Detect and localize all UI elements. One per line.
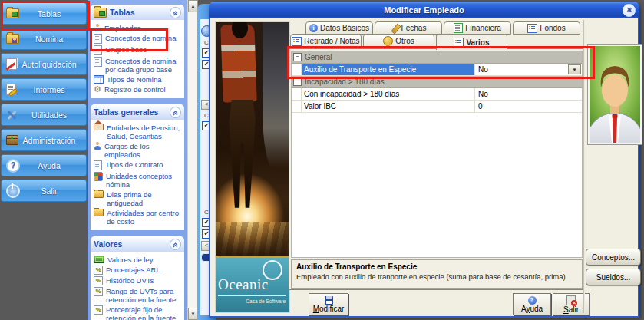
grid-row-con-incapacidad[interactable]: Con incapacidad > 180 días No [292,88,582,101]
nav-section-header-generales[interactable]: Tablas generales [91,104,184,120]
tab-retirado-notas[interactable]: Retirado / Notas [290,34,362,48]
nav-item-rango-uvts[interactable]: %Rango de UVTs para retención en la fuen… [94,286,183,305]
percent-icon: % [94,287,103,296]
folder-person-icon [6,34,19,44]
auxilio-value-cell[interactable]: No ▼ [475,64,582,75]
screen: Tablas Nomina Autoliquidación Informes U… [0,0,644,320]
nav-item-empleados[interactable]: Empleados [94,23,183,33]
chevron-up-icon[interactable] [170,239,181,250]
nav-item-historico-uvts[interactable]: %Histórico UVTs [94,275,183,286]
sidebar-item-tablas[interactable]: Tablas [1,2,87,25]
main-sidebar: Tablas Nomina Autoliquidación Informes U… [0,0,88,320]
sidebar-item-nomina[interactable]: Nomina [1,28,87,50]
brand-name: Oceanic [218,276,269,293]
document-icon [94,160,102,170]
nav-section-valores: Valores Valores de ley %Porcentajes ARL … [91,236,184,320]
nav-item-conceptos-grupo[interactable]: Conceptos de nomina por cada grupo base [94,56,183,74]
collapse-box-icon[interactable]: − [293,78,302,86]
home-icon [94,124,104,130]
tools-icon [6,110,17,120]
tab-fechas[interactable]: Fechas [375,21,442,35]
employee-tab-control: i Datos Básicos Fechas Financiera Fondos… [289,20,586,292]
grid-row-valor-ibc[interactable]: Valor IBC 0 [292,101,582,113]
sueldos-button[interactable]: Sueldos... [586,269,641,285]
document-icon [94,34,102,44]
sidebar-item-salir[interactable]: Salir [1,180,87,202]
nav-item-unidades[interactable]: Unidades conceptos nómina [94,171,183,190]
nav-section-body: Entidades de Pension, Salud, Cesantias C… [91,120,184,230]
sidebar-item-informes[interactable]: Informes [1,78,87,101]
nav-section-body: Valores de ley %Porcentajes ARL %Históri… [91,252,184,320]
help-icon: ? [6,159,20,173]
grid-group-general[interactable]: − General [292,51,582,64]
exit-icon [566,295,576,305]
table-icon [94,75,104,84]
nav-item-valores-ley[interactable]: Valores de ley [94,255,183,265]
chevron-up-icon[interactable] [170,7,181,18]
person-icon [94,24,101,31]
collapse-box-icon[interactable]: − [293,53,302,61]
list-icon [454,38,464,47]
nav-item-porcentaje-fijo[interactable]: %Porcentaje fijo de retención en la fuen… [94,305,183,320]
valor-ibc-value-cell[interactable]: 0 [475,101,582,112]
incapacidad-value-cell[interactable]: No [475,88,582,100]
nav-item-actividades[interactable]: Actividades por centro de costo [94,208,183,226]
folder-icon [94,190,104,198]
nav-item-cargos[interactable]: Cargos de los empleados [94,141,183,160]
sidebar-item-ayuda[interactable]: ? Ayuda [1,154,87,176]
tab-financiera[interactable]: Financiera [444,21,511,35]
modificar-button[interactable]: Modificar [309,293,348,315]
description-text: Empleado con auxilio de tranporte en esp… [296,272,577,281]
dialog-titlebar[interactable]: Modificar Empleado × [209,2,639,18]
floppy-icon [325,296,333,305]
close-icon[interactable]: × [623,4,636,17]
varios-tab-panel: − General Auxilio de Transporte en Espec… [289,48,585,290]
person-icon [94,142,101,150]
sidebar-item-administracion[interactable]: Administración [1,129,87,151]
property-description-box: Auxilio de Transporte en Especie Emplead… [291,259,583,289]
coin-icon [383,36,393,46]
green-sheet-icon [454,23,463,33]
modificar-empleado-dialog: Modificar Empleado × Oceanic Casa de Sof… [209,2,639,318]
nav-scrollbar[interactable]: ▲ ▼ [187,0,198,320]
ayuda-button[interactable]: ? Ayuda [513,293,551,315]
nav-item-tipos-nomina[interactable]: Tipos de Nomina [94,74,183,84]
conceptos-button[interactable]: Conceptos... [586,249,641,266]
brand-tagline: Casa de Software [246,299,286,304]
gear-icon: ⚙ [94,85,101,94]
folder-icon [94,209,104,216]
nav-item-entidades[interactable]: Entidades de Pension, Salud, Cesantias [94,123,183,141]
tab-varios[interactable]: Varios [436,34,507,50]
nav-item-registro-control[interactable]: ⚙Registro de control [94,84,183,94]
tab-otros[interactable]: Otros [363,34,434,48]
sidebar-item-utilidades[interactable]: Utilidades [1,104,87,126]
sidebar-item-autoliquidacion[interactable]: Autoliquidación [1,53,87,75]
nav-item-conceptos-nomina[interactable]: Conceptos de nomina [94,33,183,45]
chart-icon [94,172,103,181]
chest-icon [6,135,18,145]
panel-divider [583,20,585,313]
nav-section-header-valores[interactable]: Valores [91,236,184,252]
papers-pencil-icon [6,58,17,70]
employee-avatar [588,45,642,144]
nav-item-grupos-base[interactable]: Grupos base [94,45,183,56]
grid-row-auxilio-transporte[interactable]: Auxilio de Transporte en Especie No ▼ [292,64,582,76]
tab-fondos[interactable]: Fondos [513,21,580,35]
nav-item-porcentajes-arl[interactable]: %Porcentajes ARL [94,265,183,275]
chevron-up-icon[interactable] [170,107,181,118]
list-icon [527,24,537,33]
description-title: Auxilio de Transporte en Especie [296,262,577,271]
dropdown-button[interactable]: ▼ [568,64,581,74]
nav-item-dias-prima[interactable]: Dias prima de antiguedad [94,190,183,208]
percent-icon: % [94,266,103,275]
grid-group-incapacidad[interactable]: − Incapacidad > 180 días [292,76,582,88]
nav-item-tipos-contrato[interactable]: Tipos de Contrato [94,160,183,171]
help-icon: ? [528,296,537,305]
folder-table-icon [6,8,19,18]
tab-datos-basicos[interactable]: i Datos Básicos [305,21,373,35]
nav-section-header-tablas[interactable]: Tablas [91,5,184,20]
percent-icon: % [94,305,103,315]
welder-photo: Oceanic Casa de Software [215,21,290,313]
money-icon [94,256,104,263]
dialog-title: Modificar Empleado [384,5,464,15]
